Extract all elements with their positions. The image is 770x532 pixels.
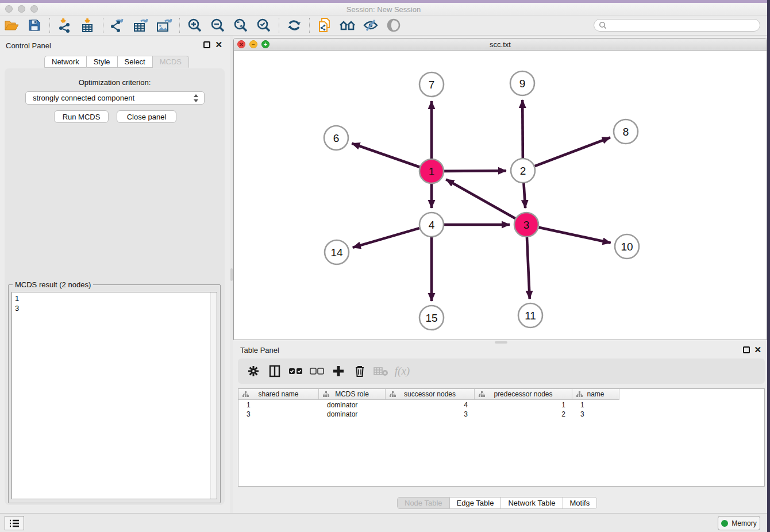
column-header-shared-name[interactable]: shared name: [238, 389, 319, 399]
window-title: Session: New Session: [0, 5, 767, 14]
search-box[interactable]: [594, 19, 760, 32]
export-table-icon[interactable]: [132, 17, 151, 33]
graph-edge[interactable]: [523, 183, 525, 208]
tab-network-table[interactable]: Network Table: [501, 497, 563, 509]
table-options-gear-icon[interactable]: [245, 363, 262, 379]
show-column-panel-icon[interactable]: [266, 363, 283, 379]
selected-option: strongly connected component: [33, 94, 134, 102]
graph-node-label: 8: [623, 126, 629, 138]
task-history-button[interactable]: [5, 516, 24, 530]
splitter-handle[interactable]: [230, 268, 233, 281]
float-panel-icon[interactable]: [743, 346, 750, 353]
table-cell[interactable]: 3: [572, 410, 619, 418]
open-session-icon[interactable]: [2, 17, 21, 33]
create-column-icon[interactable]: [330, 363, 347, 379]
zoom-selected-icon[interactable]: [254, 17, 274, 33]
save-session-icon[interactable]: [25, 17, 44, 33]
edge-layer: [352, 100, 610, 301]
result-scrollbar[interactable]: [210, 292, 217, 499]
tab-edge-table[interactable]: Edge Table: [450, 497, 502, 509]
table-toolbar: f(x): [238, 358, 765, 384]
graph-node-label: 4: [429, 219, 435, 231]
node-table[interactable]: shared nameMCDS rolesuccessor nodesprede…: [238, 388, 765, 487]
graph-node-label: 7: [429, 79, 435, 91]
graph-edge[interactable]: [444, 171, 506, 171]
graph-edge[interactable]: [446, 179, 515, 218]
close-panel-icon[interactable]: ✕: [754, 346, 761, 353]
close-panel-button[interactable]: Close panel: [117, 110, 176, 123]
network-canvas-svg[interactable]: 7968124314101511: [234, 51, 767, 340]
graph-edge[interactable]: [538, 228, 610, 243]
tab-network[interactable]: Network: [44, 56, 87, 68]
graph-node-label: 10: [621, 241, 633, 253]
table-cell[interactable]: 3: [238, 410, 319, 418]
graph-edge[interactable]: [352, 144, 419, 167]
table-cell[interactable]: dominator: [319, 410, 386, 418]
select-all-columns-icon[interactable]: [287, 363, 305, 379]
export-image-icon[interactable]: [155, 17, 174, 33]
table-cell[interactable]: dominator: [319, 401, 386, 409]
delete-column-trash-icon[interactable]: [351, 363, 368, 379]
hide-others-icon[interactable]: [361, 17, 380, 33]
column-header-successor-nodes[interactable]: successor nodes: [386, 389, 475, 399]
table-cell[interactable]: 4: [386, 401, 475, 409]
float-panel-icon[interactable]: [203, 41, 210, 48]
toolbar-separator: [49, 18, 50, 33]
tab-node-table[interactable]: Node Table: [397, 497, 450, 509]
delete-table-icon[interactable]: [372, 363, 390, 379]
run-mcds-button[interactable]: Run MCDS: [54, 110, 109, 123]
graph-node-label: 2: [520, 165, 526, 177]
tab-style[interactable]: Style: [87, 56, 118, 68]
graph-edge[interactable]: [522, 100, 523, 158]
close-panel-icon[interactable]: ✕: [215, 41, 222, 48]
zoom-fit-icon[interactable]: [231, 17, 251, 33]
mcds-result-textarea[interactable]: 1 3: [11, 292, 217, 499]
deselect-all-columns-icon[interactable]: [309, 363, 326, 379]
graph-edge[interactable]: [527, 237, 530, 299]
table-cell[interactable]: 3: [386, 410, 475, 418]
export-network-icon[interactable]: [109, 17, 128, 33]
search-input[interactable]: [607, 20, 760, 30]
graph-edge[interactable]: [535, 137, 610, 166]
zoom-out-icon[interactable]: [208, 17, 228, 33]
toolbar-separator: [279, 18, 279, 33]
select-stepper-icon: [192, 94, 199, 103]
birds-eye-view-icon[interactable]: [384, 17, 403, 33]
column-header-name[interactable]: name: [572, 389, 619, 399]
duplicate-network-icon[interactable]: [315, 17, 334, 33]
mcds-result-title: MCDS result (2 nodes): [13, 280, 93, 289]
apply-layout-icon[interactable]: [284, 17, 304, 33]
graph-node-label: 1: [429, 165, 435, 178]
table-rows: 1dominator4113dominator323: [238, 400, 764, 419]
column-header-predecessor-nodes[interactable]: predecessor nodes: [475, 389, 572, 399]
network-view-window: ✕ − + scc.txt 7968124314101511: [233, 38, 767, 340]
optimization-criterion-select[interactable]: strongly connected component: [25, 91, 205, 105]
table-cell[interactable]: 1: [475, 401, 572, 409]
tab-motifs[interactable]: Motifs: [563, 497, 598, 509]
graph-node-label: 6: [333, 132, 340, 144]
table-row[interactable]: 1dominator411: [238, 400, 764, 410]
graph-node-label: 11: [525, 310, 536, 322]
graph-node-label: 15: [425, 312, 437, 324]
horizontal-splitter[interactable]: [233, 340, 767, 345]
import-network-icon[interactable]: [55, 17, 75, 33]
memory-button[interactable]: Memory: [718, 516, 760, 530]
table-cell[interactable]: 1: [572, 401, 619, 409]
splitter-handle[interactable]: [495, 341, 507, 344]
table-row[interactable]: 3dominator323: [238, 410, 764, 419]
zoom-in-icon[interactable]: [185, 17, 205, 33]
import-table-icon[interactable]: [78, 17, 98, 33]
network-window-titlebar[interactable]: ✕ − + scc.txt: [234, 38, 767, 51]
show-all-networks-icon[interactable]: [338, 17, 357, 33]
graph-edge[interactable]: [353, 228, 419, 248]
table-cell[interactable]: 1: [238, 401, 319, 409]
function-builder-icon[interactable]: f(x): [394, 363, 411, 379]
table-cell[interactable]: 2: [475, 410, 572, 418]
mcds-result-values: 1 3: [15, 294, 19, 313]
tab-mcds[interactable]: MCDS: [153, 56, 189, 68]
toolbar-separator: [103, 18, 103, 33]
control-panel-tabs: Network Style Select MCDS: [44, 56, 189, 68]
list-icon: [9, 519, 20, 528]
column-header-MCDS-role[interactable]: MCDS role: [319, 389, 386, 399]
tab-select[interactable]: Select: [118, 56, 153, 68]
